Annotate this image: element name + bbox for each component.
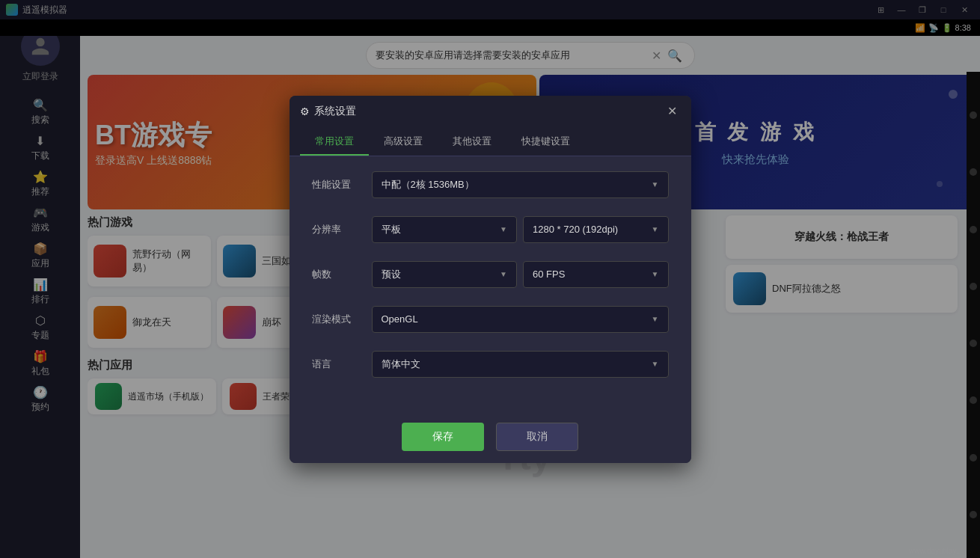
language-value: 简体中文: [382, 358, 420, 371]
cancel-button[interactable]: 取消: [496, 423, 578, 451]
render-arrow: ▼: [652, 315, 659, 323]
resolution-label: 分辨率: [312, 223, 372, 236]
fps-preset-select[interactable]: 预设 ▼: [372, 261, 518, 288]
render-select[interactable]: OpenGL ▼: [372, 306, 669, 333]
resolution-control: 平板 ▼ 1280 * 720 (192dpi) ▼: [372, 216, 669, 243]
fps-dual: 预设 ▼ 60 FPS ▼: [372, 261, 669, 288]
fps-arrow: ▼: [652, 270, 659, 278]
language-label: 语言: [312, 358, 372, 371]
render-label: 渲染模式: [312, 313, 372, 326]
settings-icon: ⚙: [300, 105, 310, 117]
resolution-size-value: 1280 * 720 (192dpi): [533, 224, 618, 235]
fps-label: 帧数: [312, 268, 372, 281]
fps-preset-value: 预设: [382, 268, 401, 281]
res-size-arrow: ▼: [652, 225, 659, 233]
tab-advanced[interactable]: 高级设置: [369, 127, 438, 156]
tab-hotkey[interactable]: 快捷键设置: [506, 127, 585, 156]
language-arrow: ▼: [652, 360, 659, 368]
dialog-tabs: 常用设置 高级设置 其他设置 快捷键设置: [290, 127, 691, 156]
dialog-close-button[interactable]: ✕: [664, 103, 681, 120]
settings-overlay: ⚙ 系统设置 ✕ 常用设置 高级设置 其他设置 快捷键设置 性能设置 中配（2核…: [0, 0, 980, 558]
dialog-content: 性能设置 中配（2核 1536MB） ▼ 分辨率 平板 ▼: [290, 156, 691, 411]
fps-preset-arrow: ▼: [500, 270, 507, 278]
tab-common[interactable]: 常用设置: [300, 127, 369, 156]
settings-dialog: ⚙ 系统设置 ✕ 常用设置 高级设置 其他设置 快捷键设置 性能设置 中配（2核…: [290, 96, 691, 463]
settings-row-fps: 帧数 预设 ▼ 60 FPS ▼: [312, 261, 669, 288]
dialog-footer: 保存 取消: [290, 411, 691, 463]
performance-label: 性能设置: [312, 178, 372, 191]
performance-arrow: ▼: [652, 180, 659, 188]
resolution-dual: 平板 ▼ 1280 * 720 (192dpi) ▼: [372, 216, 669, 243]
settings-row-render: 渲染模式 OpenGL ▼: [312, 306, 669, 333]
performance-value: 中配（2核 1536MB）: [382, 178, 474, 191]
language-select[interactable]: 简体中文 ▼: [372, 351, 669, 378]
dialog-title: ⚙ 系统设置: [300, 105, 356, 118]
resolution-type-value: 平板: [382, 223, 401, 236]
save-button[interactable]: 保存: [402, 423, 484, 451]
dialog-title-bar: ⚙ 系统设置 ✕: [290, 96, 691, 127]
performance-control: 中配（2核 1536MB） ▼: [372, 171, 669, 198]
settings-row-language: 语言 简体中文 ▼: [312, 351, 669, 378]
render-value: OpenGL: [382, 313, 418, 325]
settings-row-resolution: 分辨率 平板 ▼ 1280 * 720 (192dpi) ▼: [312, 216, 669, 243]
tab-other[interactable]: 其他设置: [438, 127, 506, 156]
resolution-type-select[interactable]: 平板 ▼: [372, 216, 518, 243]
fps-value-select[interactable]: 60 FPS ▼: [523, 261, 669, 288]
res-type-arrow: ▼: [500, 225, 507, 233]
fps-value: 60 FPS: [533, 269, 565, 280]
render-control: OpenGL ▼: [372, 306, 669, 333]
performance-select[interactable]: 中配（2核 1536MB） ▼: [372, 171, 669, 198]
language-control: 简体中文 ▼: [372, 351, 669, 378]
settings-row-performance: 性能设置 中配（2核 1536MB） ▼: [312, 171, 669, 198]
fps-control: 预设 ▼ 60 FPS ▼: [372, 261, 669, 288]
resolution-size-select[interactable]: 1280 * 720 (192dpi) ▼: [523, 216, 669, 243]
